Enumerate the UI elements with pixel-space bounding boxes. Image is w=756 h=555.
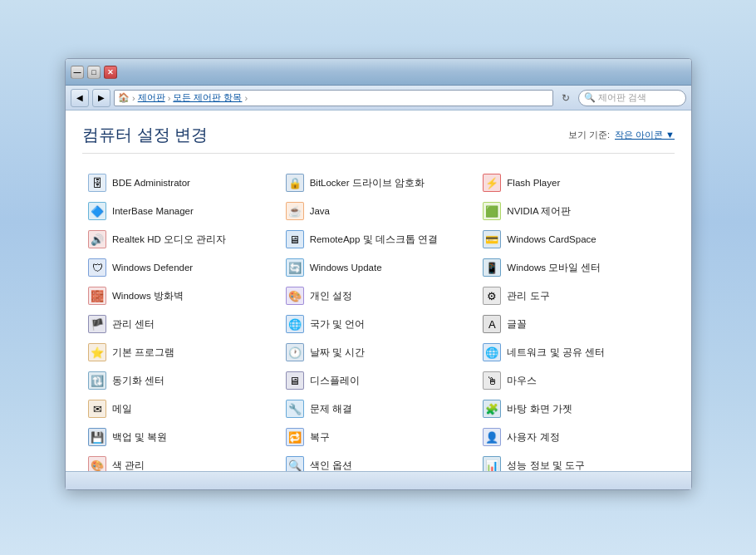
item-icon: 🌐 <box>482 342 502 362</box>
control-panel-window: — □ ✕ ◀ ▶ 🏠 › 제어판 › 모든 제어판 항목 › ↻ 🔍 제어판 … <box>65 58 692 490</box>
control-item[interactable]: 🔃동기화 센터 <box>82 366 280 395</box>
breadcrumb-all-items[interactable]: 모든 제어판 항목 <box>173 91 242 104</box>
control-item[interactable]: 📊성능 정보 및 도구 <box>477 451 675 471</box>
item-label: 바탕 화면 가젯 <box>507 403 572 415</box>
control-item[interactable]: 🧩바탕 화면 가젯 <box>477 395 675 423</box>
control-item[interactable]: ☕Java <box>280 197 478 225</box>
item-label: 관리 센터 <box>112 318 155 331</box>
item-icon-glyph: 🟩 <box>483 202 501 220</box>
item-label: BDE Administrator <box>112 177 190 189</box>
item-icon-glyph: 🔍 <box>286 456 304 471</box>
item-icon: 🎨 <box>87 455 107 471</box>
item-label: 색 관리 <box>112 459 145 471</box>
item-icon: 🕐 <box>285 342 305 362</box>
minimize-button[interactable]: — <box>71 66 84 79</box>
item-icon: 🧱 <box>87 286 107 306</box>
control-item[interactable]: 🎨개인 설정 <box>280 282 478 310</box>
title-bar-left: — □ ✕ <box>71 66 117 79</box>
control-item[interactable]: 🏴관리 센터 <box>82 310 280 338</box>
item-icon-glyph: 👤 <box>483 428 501 446</box>
item-icon: 🎨 <box>285 286 305 306</box>
control-item[interactable]: 🔁복구 <box>280 423 478 451</box>
control-item[interactable]: 🧱Windows 방화벽 <box>82 282 280 310</box>
item-icon-glyph: 🎨 <box>286 287 304 305</box>
item-label: Flash Player <box>507 177 560 189</box>
item-icon-glyph: 🛡 <box>88 258 106 277</box>
maximize-button[interactable]: □ <box>87 66 101 79</box>
item-icon: 🖥 <box>285 371 305 390</box>
item-label: 기본 프로그램 <box>112 346 174 359</box>
refresh-button[interactable]: ↻ <box>557 89 575 107</box>
control-item[interactable]: 🌐네트워크 및 공유 센터 <box>477 338 675 366</box>
item-icon-glyph: 📱 <box>483 258 501 277</box>
address-field[interactable]: 🏠 › 제어판 › 모든 제어판 항목 › <box>114 90 553 106</box>
item-icon-glyph: 🖥 <box>286 230 304 248</box>
item-icon-glyph: 🕐 <box>286 343 304 361</box>
search-placeholder: 제어판 검색 <box>598 91 646 104</box>
item-icon: 🌐 <box>285 314 305 334</box>
control-item[interactable]: 🛡Windows Defender <box>82 253 280 282</box>
item-label: 글꼴 <box>507 318 527 331</box>
control-item[interactable]: 🎨색 관리 <box>82 451 280 471</box>
control-item[interactable]: 📱Windows 모바일 센터 <box>477 253 675 282</box>
control-item[interactable]: 🌐국가 및 언어 <box>280 310 478 338</box>
item-label: Windows Update <box>310 262 382 274</box>
control-item[interactable]: 🖱마우스 <box>477 366 675 395</box>
control-item[interactable]: 💳Windows CardSpace <box>477 225 675 253</box>
forward-button[interactable]: ▶ <box>92 89 110 107</box>
item-icon-glyph: 🌐 <box>483 343 501 361</box>
control-item[interactable]: 🟩NVIDIA 제어판 <box>477 197 675 225</box>
item-label: Realtek HD 오디오 관리자 <box>112 233 226 246</box>
item-icon: 🔧 <box>285 399 305 419</box>
control-item[interactable]: 🔊Realtek HD 오디오 관리자 <box>82 225 280 253</box>
item-icon-glyph: 🎨 <box>88 456 106 471</box>
control-item[interactable]: ⚡Flash Player <box>477 169 675 197</box>
item-icon: 🧩 <box>482 399 502 419</box>
search-box[interactable]: 🔍 제어판 검색 <box>578 90 686 106</box>
control-item[interactable]: 🔷InterBase Manager <box>82 197 280 225</box>
item-icon: 🔒 <box>285 173 305 193</box>
view-mode-dropdown[interactable]: 작은 아이콘 ▼ <box>615 129 675 141</box>
item-icon: 🔄 <box>285 258 305 278</box>
item-icon-glyph: ⚙ <box>483 287 501 305</box>
item-label: 문제 해결 <box>310 403 352 415</box>
item-icon-glyph: 📊 <box>483 456 501 471</box>
items-grid: 🗄BDE Administrator🔒BitLocker 드라이브 암호화⚡Fl… <box>82 169 675 471</box>
control-item[interactable]: 🔍색인 옵션 <box>280 451 478 471</box>
control-item[interactable]: A글꼴 <box>477 310 675 338</box>
item-label: 동기화 센터 <box>112 375 164 387</box>
control-item[interactable]: 🕐날짜 및 시간 <box>280 338 478 366</box>
item-icon: 🔷 <box>87 201 107 221</box>
control-item[interactable]: 👤사용자 계정 <box>477 423 675 451</box>
item-label: BitLocker 드라이브 암호화 <box>310 177 425 189</box>
control-item[interactable]: 🔄Windows Update <box>280 253 478 282</box>
item-icon-glyph: ⚡ <box>483 174 501 192</box>
control-item[interactable]: ✉메일 <box>82 395 280 423</box>
item-label: Java <box>310 205 330 218</box>
item-icon: 🔍 <box>285 455 305 471</box>
item-label: 마우스 <box>507 375 537 387</box>
control-item[interactable]: 🔧문제 해결 <box>280 395 478 423</box>
item-icon: 🟩 <box>482 201 502 221</box>
item-icon-glyph: 💳 <box>483 230 501 248</box>
control-item[interactable]: 🖥디스플레이 <box>280 366 478 395</box>
close-button[interactable]: ✕ <box>104 66 117 79</box>
breadcrumb-home[interactable]: 🏠 <box>118 92 130 103</box>
control-item[interactable]: 🗄BDE Administrator <box>82 169 280 197</box>
item-icon: ✉ <box>87 399 107 419</box>
item-icon: 📱 <box>482 258 502 278</box>
control-item[interactable]: 🔒BitLocker 드라이브 암호화 <box>280 169 478 197</box>
breadcrumb-control-panel[interactable]: 제어판 <box>138 91 165 104</box>
control-item[interactable]: ⭐기본 프로그램 <box>82 338 280 366</box>
item-label: RemoteApp 및 데스크톱 연결 <box>310 233 438 246</box>
item-icon-glyph: 🖥 <box>286 371 304 390</box>
item-label: Windows 모바일 센터 <box>507 262 601 274</box>
item-label: 사용자 계정 <box>507 431 559 444</box>
item-label: 국가 및 언어 <box>310 318 365 331</box>
control-item[interactable]: ⚙관리 도구 <box>477 282 675 310</box>
back-button[interactable]: ◀ <box>71 89 89 107</box>
control-item[interactable]: 💾백업 및 복원 <box>82 423 280 451</box>
page-header: 컴퓨터 설정 변경 보기 기준: 작은 아이콘 ▼ <box>82 124 675 154</box>
item-icon: ☕ <box>285 201 305 221</box>
control-item[interactable]: 🖥RemoteApp 및 데스크톱 연결 <box>280 225 478 253</box>
